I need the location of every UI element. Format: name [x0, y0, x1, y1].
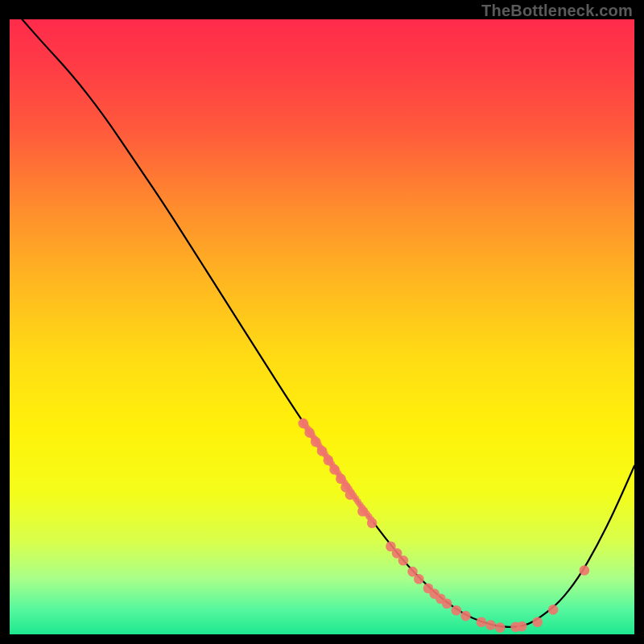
data-point: [485, 620, 496, 630]
plot-area: [10, 19, 634, 634]
data-point: [345, 489, 356, 500]
data-point: [367, 518, 378, 528]
attribution-label: TheBottleneck.com: [481, 2, 633, 20]
chart-container: TheBottleneck.com: [0, 0, 644, 644]
data-point: [398, 555, 409, 566]
data-point: [495, 622, 506, 633]
data-point: [298, 419, 308, 429]
data-point: [580, 565, 590, 576]
data-point: [304, 427, 315, 438]
bottleneck-curve: [23, 19, 635, 627]
data-point: [452, 605, 462, 616]
data-point: [311, 437, 321, 448]
data-point: [414, 574, 424, 584]
chart-svg: [10, 19, 634, 634]
data-point: [329, 464, 340, 475]
data-point: [317, 446, 328, 456]
data-point: [548, 605, 559, 615]
data-point: [336, 473, 346, 484]
data-point: [357, 506, 368, 517]
data-point: [442, 599, 452, 609]
data-point: [460, 611, 471, 621]
data-point: [324, 456, 334, 466]
data-points-group: [298, 419, 589, 633]
data-point: [532, 617, 543, 627]
data-point: [517, 621, 527, 632]
data-point: [477, 617, 487, 627]
